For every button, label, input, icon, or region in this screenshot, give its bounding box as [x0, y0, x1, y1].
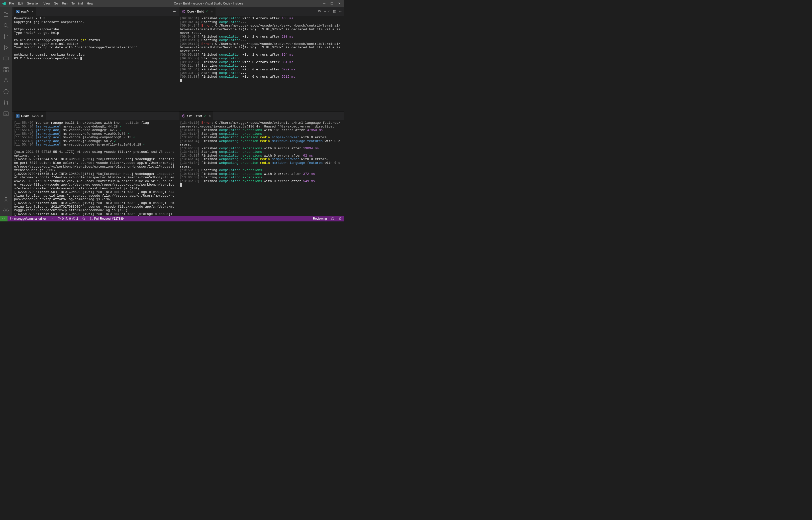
svg-rect-6 [6, 68, 8, 69]
branch-name: merogge/terminal-editor [14, 217, 46, 220]
tab-core-build[interactable]: Core - Build ✓ × [179, 7, 216, 16]
svg-point-10 [4, 101, 5, 102]
menu-selection[interactable]: Selection [26, 1, 41, 6]
svg-point-1 [4, 34, 5, 35]
pane-core-build: Core - Build ✓ × ⧉ ＋﹀ ◫ ⋯ [09:04:31] Fin… [178, 7, 344, 111]
extensions-icon[interactable] [0, 64, 12, 75]
svg-point-15 [5, 210, 7, 211]
tab-label: Ext - Build [187, 114, 202, 118]
pane-ext-build: Ext - Build ✓ × ⋯ [13:46:10] Error: C:/U… [178, 111, 344, 216]
svg-rect-5 [4, 68, 5, 69]
branch-status[interactable]: merogge/terminal-editor [7, 216, 48, 222]
svg-point-21 [10, 219, 10, 220]
svg-point-14 [5, 198, 7, 199]
close-icon[interactable]: × [211, 9, 213, 14]
tab-label: Core - Build [187, 9, 204, 13]
tab-bar: Core - Build ✓ × ⧉ ＋﹀ ◫ ⋯ [178, 7, 344, 16]
pull-request-status[interactable]: Pull Request #127889 [87, 216, 126, 222]
terminal-pane-icon[interactable] [0, 108, 12, 119]
powershell-icon [16, 114, 20, 118]
task-icon [182, 114, 185, 118]
svg-point-25 [83, 218, 85, 219]
account-icon[interactable] [0, 194, 12, 205]
reveal-icon[interactable]: ⧉ [318, 9, 321, 14]
terminal-output[interactable]: PowerShell 7.1.3 Copyright (c) Microsoft… [12, 16, 178, 111]
svg-point-26 [90, 217, 91, 218]
menu-file[interactable]: File [7, 1, 15, 6]
svg-rect-13 [4, 112, 8, 116]
svg-rect-8 [6, 70, 8, 72]
tab-bar: Code - OSS × ⋯ [12, 111, 178, 120]
task-icon [182, 10, 185, 13]
powershell-icon [16, 10, 20, 13]
more-icon[interactable]: ⋯ [339, 114, 342, 118]
split-icon[interactable]: ◫ [333, 9, 336, 14]
check-icon: ✓ [206, 9, 208, 13]
svg-point-9 [4, 89, 8, 94]
svg-point-29 [331, 217, 334, 220]
svg-point-0 [4, 24, 7, 27]
menu-edit[interactable]: Edit [16, 1, 25, 6]
minimize-button[interactable]: ─ [323, 2, 326, 5]
close-icon[interactable]: × [31, 9, 33, 14]
svg-point-20 [10, 217, 10, 218]
remote-indicator[interactable] [0, 216, 7, 222]
run-debug-icon[interactable] [0, 42, 12, 53]
tab-bar: pwsh × ⋯ [12, 7, 178, 16]
reviewing-status[interactable]: Reviewing [311, 216, 329, 222]
add-icon[interactable]: ＋﹀ [324, 9, 330, 14]
beaker-icon[interactable] [0, 75, 12, 86]
pull-request-icon[interactable] [0, 97, 12, 108]
svg-rect-4 [4, 57, 8, 60]
menu-view[interactable]: View [42, 1, 51, 6]
menu-help[interactable]: Help [85, 1, 95, 6]
menu-terminal[interactable]: Terminal [70, 1, 84, 6]
window-controls: ─ ❐ ✕ [323, 2, 342, 5]
check-icon: ✓ [203, 114, 206, 118]
terminal-output[interactable]: [11:55:40] You can manage built-in exten… [12, 120, 178, 216]
close-button[interactable]: ✕ [338, 2, 341, 5]
tab-bar: Ext - Build ✓ × ⋯ [178, 111, 344, 120]
svg-point-27 [90, 219, 91, 220]
search-icon[interactable] [0, 20, 12, 31]
svg-point-3 [7, 36, 8, 37]
activity-bar [0, 7, 12, 216]
more-icon[interactable]: ⋯ [173, 9, 176, 13]
close-icon[interactable]: × [208, 114, 210, 118]
main-menu: FileEditSelectionViewGoRunTerminalHelp [7, 1, 95, 6]
menu-run[interactable]: Run [60, 1, 69, 6]
tab-label: pwsh [21, 9, 29, 13]
explorer-icon[interactable] [0, 9, 12, 20]
source-control-icon[interactable] [0, 31, 12, 42]
vscode-logo-icon [2, 1, 6, 5]
maximize-button[interactable]: ❐ [330, 2, 333, 5]
status-bar: merogge/terminal-editor 0 0 2 Pull Reque… [0, 216, 344, 222]
window-title: Core - Build - vscode - Visual Studio Co… [95, 2, 323, 5]
terminal-output[interactable]: [13:46:10] Error: C:/Users/merogge/repos… [178, 120, 344, 216]
more-icon[interactable]: ⋯ [339, 9, 342, 14]
tab-pwsh[interactable]: pwsh × [14, 7, 36, 16]
github-icon[interactable] [0, 86, 12, 97]
title-bar: FileEditSelectionViewGoRunTerminalHelp C… [0, 0, 344, 7]
settings-gear-icon[interactable] [0, 205, 12, 216]
tab-code-oss[interactable]: Code - OSS × [14, 111, 46, 120]
pane-pwsh: pwsh × ⋯ PowerShell 7.1.3 Copyright (c) … [12, 7, 178, 111]
feedback-icon[interactable] [329, 216, 336, 222]
problems-status[interactable]: 0 0 2 [55, 216, 80, 222]
terminal-output[interactable]: [09:04:31] Finished compilation with 1 e… [178, 16, 344, 111]
svg-point-22 [12, 218, 12, 218]
svg-point-2 [4, 37, 5, 38]
sync-status[interactable] [48, 216, 55, 222]
svg-point-28 [92, 219, 93, 220]
svg-point-11 [4, 104, 5, 105]
debug-status[interactable] [80, 216, 87, 222]
bell-icon[interactable] [336, 216, 344, 222]
menu-go[interactable]: Go [52, 1, 59, 6]
remote-icon[interactable] [0, 53, 12, 64]
svg-point-12 [7, 104, 8, 105]
tab-ext-build[interactable]: Ext - Build ✓ × [179, 111, 213, 120]
more-icon[interactable]: ⋯ [173, 114, 176, 118]
close-icon[interactable]: × [41, 114, 43, 118]
pane-code-oss: Code - OSS × ⋯ [11:55:40] You can manage… [12, 111, 178, 216]
svg-rect-7 [4, 70, 5, 72]
